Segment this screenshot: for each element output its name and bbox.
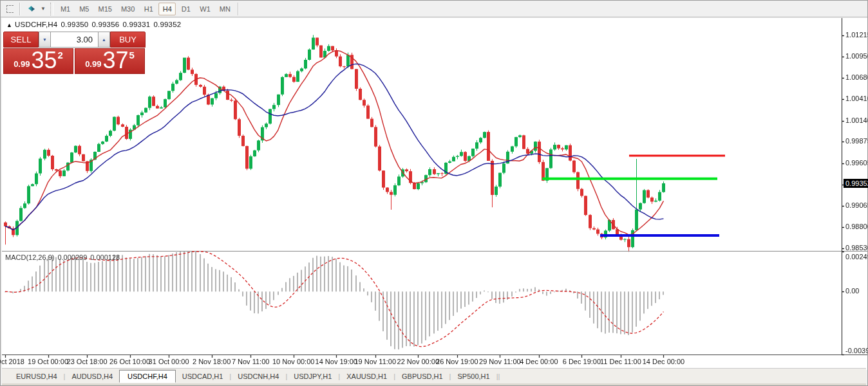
charts-arrange-glyph [27,5,36,13]
date-axis-label: 10 Nov 00:00 [272,358,314,365]
chart-tab-usdcad[interactable]: USDCAD,H1 [176,371,230,382]
price-axis-tick: 1.01215 [845,31,868,39]
terminal-window: ▼ M1M5M15M30H1H4D1W1MN ▲USDCHF,H40.99350… [0,0,868,386]
macd-name: MACD(12,26,9) [5,253,54,261]
sell-button[interactable]: SELL [3,32,39,48]
timeframe-button-m1[interactable]: M1 [57,3,74,15]
timeframe-button-m5[interactable]: M5 [75,3,93,15]
chart-symbol: USDCHF,H4 [15,21,57,28]
timeframe-button-h4[interactable]: H4 [158,3,176,15]
sell-price-prefix: 0.99 [14,59,30,69]
buy-price-prefix: 0.99 [85,59,101,69]
price-axis-tick: 0.99875 [845,137,868,145]
date-axis-label: 19 Oct 00:00 [28,358,68,365]
price-axis-tick: 0.99605 [845,159,868,167]
price-axis-tick: 1.00140 [845,116,868,124]
chart-tab-audusd[interactable]: AUDUSD,H4 [65,371,119,382]
date-axis-label: 2 Nov 18:00 [193,358,231,365]
sell-price-sup: 2 [58,50,63,60]
timeframe-toolbar: ▼ M1M5M15M30H1H4D1W1MN [1,1,867,17]
quote-close: 0.99352 [153,21,181,28]
date-axis-label: 16 Oct 2018 [0,358,24,365]
chart-shift-glyph [6,5,14,13]
quote-open: 0.99350 [61,21,88,28]
chart-tab-usdjpy[interactable]: USDJPY,H1 [287,371,338,382]
timeframe-button-m30[interactable]: M30 [117,3,138,15]
date-axis-label: 29 Nov 11:00 [479,358,521,365]
date-axis-label: 19 Nov 11:00 [354,358,396,365]
chart-tabbar: EURUSD,H4|AUDUSD,H4USDCHF,H4USDCAD,H1|US… [2,368,866,383]
date-axis-label: 14 Nov 19:00 [316,358,357,365]
date-axis-label: 4 Dec 00:00 [520,358,558,365]
chart-tab-sp500[interactable]: SP500,H1 [451,371,496,382]
chart-area: ▲USDCHF,H40.993500.993560.993310.99352 S… [2,18,866,366]
quote-high: 0.99356 [91,21,119,28]
date-axis-label: 26 Oct 10:00 [109,358,150,365]
timeframe-buttons: M1M5M15M30H1H4D1W1MN [56,3,235,15]
volume-decrease-button[interactable]: ▼ [39,32,51,48]
date-axis-label: 23 Oct 18:00 [67,358,108,365]
quote-low: 0.99331 [122,21,150,28]
one-click-trade-panel: SELL ▼ ▲ BUY 0.99 35 2 0.99 37 5 [3,32,146,74]
buy-button[interactable]: BUY [110,32,146,48]
timeframe-button-w1[interactable]: W1 [196,3,214,15]
chart-shift-icon[interactable] [3,3,17,15]
date-axis-label: 31 Oct 00:00 [149,358,189,365]
macd-axis-tick: 0.002492 [845,253,868,261]
volume-input[interactable] [51,32,98,48]
buy-price-box[interactable]: 0.99 37 5 [75,48,145,74]
charts-arrange-icon[interactable] [24,3,39,15]
tab-separator: | [498,372,500,380]
toolbar-separator [19,3,20,15]
buy-price-sup: 5 [129,50,135,60]
date-axis-label: 14 Dec 00:00 [643,358,684,365]
charts-arrange-caret[interactable]: ▼ [39,6,48,12]
date-axis-label: 26 Nov 19:00 [436,358,478,365]
macd-axis-tick: 0.00 [845,287,868,295]
chart-tab-usdchf[interactable]: USDCHF,H4 [119,370,176,383]
date-axis-label: 7 Nov 11:00 [232,358,270,365]
buy-price-big: 37 [102,50,128,71]
collapse-panel-arrow[interactable]: ▲ [6,22,12,28]
sell-price-big: 35 [31,50,57,71]
macd-value-signal: 0.000128 [90,253,120,261]
price-axis-tick: 1.00950 [845,52,868,60]
chart-tab-eurusd[interactable]: EURUSD,H4 [10,371,64,382]
price-axis-tick: 0.98530 [845,244,868,252]
sell-price-box[interactable]: 0.99 35 2 [3,48,73,74]
price-axis-tick: 1.00410 [845,95,868,102]
timeframe-button-d1[interactable]: D1 [177,3,194,15]
timeframe-button-h1[interactable]: H1 [140,3,157,15]
chart-tab-usdcnh[interactable]: USDCNH,H4 [231,371,285,382]
chart-tab-xauusd[interactable]: XAUUSD,H1 [340,371,393,382]
chart-ohlc-header: ▲USDCHF,H40.993500.993560.993310.99352 [6,21,184,28]
macd-indicator-label: MACD(12,26,9)0.0002990.000128 [5,253,123,261]
toolbar-separator [238,3,238,15]
timeframe-button-mn[interactable]: MN [216,3,234,15]
price-axis-tick: 0.99065 [845,201,868,209]
status-strip [2,383,866,385]
toolbar-grip[interactable] [50,3,53,15]
date-axis-label: 6 Dec 19:00 [563,358,601,365]
chart-tab-gbpusd[interactable]: GBPUSD,H1 [395,371,449,382]
current-price-label: 0.99352 [844,179,868,188]
pane-splitter[interactable] [2,250,842,253]
date-axis-label: 22 Nov 00:00 [397,358,439,365]
macd-axis-tick: -0.003913 [845,347,868,354]
date-axis-label: 11 Dec 11:00 [600,358,641,365]
price-axis-tick: 1.00680 [845,73,868,81]
volume-increase-button[interactable]: ▲ [98,32,110,48]
timeframe-button-m15[interactable]: M15 [94,3,115,15]
macd-value-main: 0.000299 [57,253,87,261]
price-axis-tick: 0.98800 [845,223,868,230]
